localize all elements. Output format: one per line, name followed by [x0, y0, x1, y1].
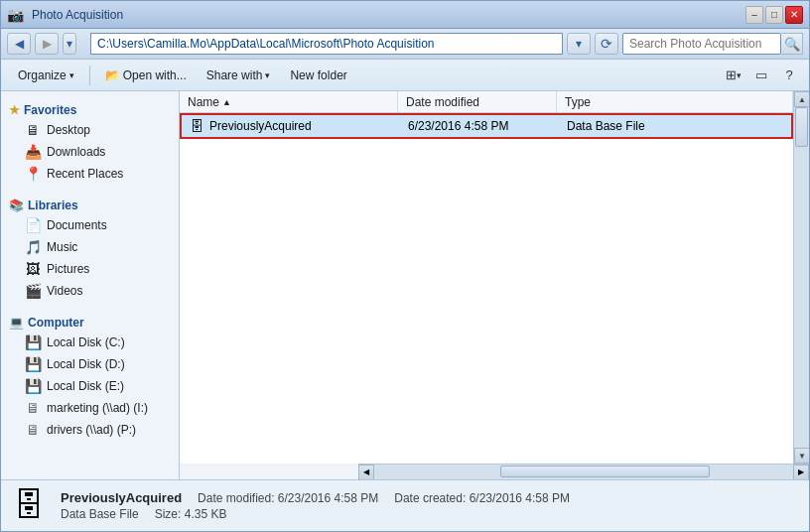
organize-chevron: ▾ — [69, 70, 74, 80]
disk-e-icon: 💾 — [25, 378, 41, 394]
preview-button[interactable]: ▭ — [749, 65, 773, 86]
help-button[interactable]: ? — [777, 65, 801, 86]
dropdown-address-button[interactable]: ▾ — [567, 33, 591, 55]
back-button[interactable]: ◀ — [7, 33, 31, 55]
scroll-left-button[interactable]: ◀ — [358, 465, 374, 480]
maximize-button[interactable]: □ — [765, 6, 783, 24]
file-scroll-area: Name ▲ Date modified Type — [180, 91, 809, 464]
view-button[interactable]: ⊞ ▾ — [722, 65, 745, 86]
col-type-label: Type — [565, 95, 591, 109]
status-date-created: Date created: 6/23/2016 4:58 PM — [394, 491, 570, 505]
organize-label: Organize — [18, 68, 67, 82]
scroll-right-button[interactable]: ▶ — [793, 465, 809, 480]
sidebar-item-label: Documents — [47, 218, 107, 232]
date-modified-label-text: Date modified: — [198, 491, 274, 505]
computer-label: Computer — [28, 316, 84, 330]
file-panel: Name ▲ Date modified Type — [180, 91, 809, 479]
sidebar-item-recent-places[interactable]: 📍 Recent Places — [1, 163, 179, 185]
vertical-scrollbar[interactable]: ▲ ▼ — [793, 91, 809, 464]
address-input[interactable] — [90, 33, 563, 55]
open-with-button[interactable]: 📂 Open with... — [96, 64, 196, 87]
scroll-down-button[interactable]: ▼ — [794, 448, 809, 464]
nav-dropdown-button[interactable]: ▾ — [63, 33, 76, 55]
music-icon: 🎵 — [25, 239, 41, 255]
sidebar-item-videos[interactable]: 🎬 Videos — [1, 280, 179, 302]
help-icon: ? — [785, 67, 792, 82]
sidebar-item-music[interactable]: 🎵 Music — [1, 236, 179, 258]
search-button[interactable]: 🔍 — [781, 33, 803, 55]
view-icon: ⊞ — [726, 67, 737, 82]
sidebar-item-label: drivers (\\ad) (P:) — [47, 423, 136, 437]
col-header-date[interactable]: Date modified — [398, 91, 557, 112]
main-content: ★ Favorites 🖥 Desktop 📥 Downloads 📍 Rece… — [1, 91, 809, 479]
scroll-thumb[interactable] — [795, 107, 808, 147]
sidebar-item-local-e[interactable]: 💾 Local Disk (E:) — [1, 375, 179, 397]
sidebar-section-computer[interactable]: 💻 Computer — [1, 312, 179, 332]
disk-c-icon: 💾 — [25, 334, 41, 350]
sidebar-item-marketing[interactable]: 🖥 marketing (\\ad) (I:) — [1, 397, 179, 419]
explorer-window: 📷 Photo Acquisition – □ ✕ ◀ ▶ ▾ ▾ ⟳ 🔍 Or… — [0, 0, 810, 532]
refresh-button[interactable]: ⟳ — [595, 33, 618, 55]
share-with-button[interactable]: Share with ▾ — [198, 64, 280, 87]
table-row[interactable]: 🗄 PreviouslyAcquired 6/23/2016 4:58 PM D… — [180, 113, 793, 139]
sidebar-item-label: Local Disk (D:) — [47, 357, 125, 371]
file-cell-name: 🗄 PreviouslyAcquired — [182, 118, 400, 134]
libraries-icon: 📚 — [9, 199, 24, 212]
libraries-label: Libraries — [28, 199, 78, 212]
close-button[interactable]: ✕ — [785, 6, 803, 24]
toolbar-separator-1 — [89, 66, 90, 85]
sidebar-item-documents[interactable]: 📄 Documents — [1, 214, 179, 236]
search-input[interactable] — [622, 33, 781, 55]
status-bar: 🗄 PreviouslyAcquired Date modified: 6/23… — [1, 479, 809, 531]
status-size: Size: 4.35 KB — [155, 507, 227, 521]
downloads-icon: 📥 — [25, 144, 41, 160]
sidebar-item-desktop[interactable]: 🖥 Desktop — [1, 119, 179, 141]
sidebar-item-label: marketing (\\ad) (I:) — [47, 401, 148, 415]
sidebar-divider-2 — [1, 302, 179, 312]
minimize-button[interactable]: – — [745, 6, 763, 24]
share-chevron: ▾ — [265, 70, 270, 80]
horizontal-scrollbar: ◀ ▶ — [358, 464, 809, 479]
new-folder-button[interactable]: New folder — [281, 64, 355, 87]
computer-icon: 💻 — [9, 316, 24, 330]
scroll-track[interactable] — [794, 107, 809, 448]
date-created-value-text: 6/23/2016 4:58 PM — [470, 491, 570, 505]
file-cell-date: 6/23/2016 4:58 PM — [400, 119, 559, 133]
organize-button[interactable]: Organize ▾ — [9, 64, 83, 87]
file-cell-type: Data Base File — [559, 119, 791, 133]
favorites-label: Favorites — [24, 103, 76, 117]
sidebar-item-label: Local Disk (E:) — [47, 379, 124, 393]
size-value-text: 4.35 KB — [185, 507, 227, 521]
sidebar-section-libraries[interactable]: 📚 Libraries — [1, 195, 179, 214]
sidebar-item-drivers[interactable]: 🖥 drivers (\\ad) (P:) — [1, 419, 179, 441]
sidebar-item-label: Videos — [47, 284, 82, 298]
scroll-up-button[interactable]: ▲ — [794, 91, 809, 107]
file-name-text: PreviouslyAcquired — [209, 119, 312, 133]
toolbar-right: ⊞ ▾ ▭ ? — [722, 65, 801, 86]
status-file-icon: 🗄 — [9, 486, 49, 526]
col-name-sort-icon: ▲ — [222, 97, 231, 107]
sidebar-section-favorites[interactable]: ★ Favorites — [1, 99, 179, 119]
status-date-modified-label: Date modified: 6/23/2016 4:58 PM — [198, 491, 378, 505]
sidebar-item-pictures[interactable]: 🖼 Pictures — [1, 258, 179, 280]
h-scroll-thumb[interactable] — [500, 466, 710, 477]
recent-places-icon: 📍 — [25, 166, 41, 182]
window-controls: – □ ✕ — [745, 6, 803, 24]
sidebar-divider-1 — [1, 185, 179, 195]
col-header-type[interactable]: Type — [557, 91, 793, 112]
toolbar: Organize ▾ 📂 Open with... Share with ▾ N… — [1, 60, 809, 91]
sidebar-item-label: Local Disk (C:) — [47, 335, 125, 349]
videos-icon: 🎬 — [25, 283, 41, 299]
share-with-label: Share with — [206, 68, 263, 82]
col-header-name[interactable]: Name ▲ — [180, 91, 398, 112]
file-list-header: Name ▲ Date modified Type — [180, 91, 793, 113]
forward-button[interactable]: ▶ — [35, 33, 59, 55]
sidebar-item-downloads[interactable]: 📥 Downloads — [1, 141, 179, 163]
sidebar: ★ Favorites 🖥 Desktop 📥 Downloads 📍 Rece… — [1, 91, 180, 479]
file-db-icon: 🗄 — [190, 118, 203, 134]
sidebar-item-local-c[interactable]: 💾 Local Disk (C:) — [1, 332, 179, 353]
pictures-icon: 🖼 — [25, 261, 41, 277]
favorites-star-icon: ★ — [9, 103, 20, 117]
h-scroll-track[interactable] — [374, 465, 793, 480]
sidebar-item-local-d[interactable]: 💾 Local Disk (D:) — [1, 353, 179, 375]
